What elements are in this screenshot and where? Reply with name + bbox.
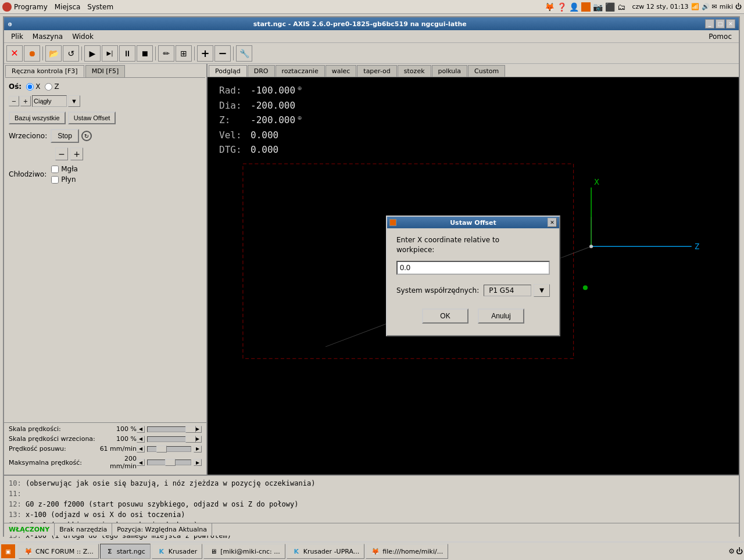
taskbar-firefox[interactable]: 🦊 file:///home/miki/... bbox=[366, 544, 448, 559]
grid-button[interactable]: ⊞ bbox=[176, 45, 192, 62]
jog-row: − + ▼ bbox=[9, 95, 202, 107]
spindle-minus-btn[interactable]: − bbox=[55, 148, 68, 160]
coolant-mist-checkbox[interactable] bbox=[51, 166, 59, 173]
dialog-close-btn[interactable]: ✕ bbox=[548, 218, 557, 227]
tab-stozek[interactable]: stozek bbox=[398, 65, 431, 77]
estop-button[interactable]: ✕ bbox=[6, 45, 23, 62]
taskbar-firefox-label: file:///home/miki/... bbox=[382, 548, 443, 555]
jog-plus-btn[interactable]: + bbox=[20, 96, 31, 106]
spindle-override-thumb[interactable] bbox=[185, 436, 196, 443]
stop-button[interactable]: Stop bbox=[51, 129, 79, 143]
right-panel: Podgląd DRO roztaczanie walec taper-od s… bbox=[208, 64, 739, 475]
base-offset-row: Bazuj wszystkie Ustaw Offset bbox=[9, 112, 202, 124]
stop-toolbar-button[interactable]: ⏹ bbox=[137, 45, 153, 62]
tab-dro[interactable]: DRO bbox=[248, 65, 275, 77]
taskbar-krusader[interactable]: K Krusader bbox=[152, 544, 202, 559]
reload-button[interactable]: ↺ bbox=[63, 45, 79, 62]
touch-off-button[interactable]: 🔧 bbox=[236, 45, 252, 62]
jog-speed-thumb[interactable] bbox=[156, 446, 167, 453]
taskbar-terminal[interactable]: 🖥 [miki@miki-cnc: ... bbox=[203, 544, 285, 559]
pause-button[interactable]: ⏸ bbox=[119, 45, 135, 62]
taskbar-krusader-icon: K bbox=[157, 547, 166, 556]
tab-roztaczanie[interactable]: roztaczanie bbox=[276, 65, 325, 77]
jog-minus-btn[interactable]: − bbox=[9, 96, 19, 106]
machine-state-text: WŁĄCZONY bbox=[9, 526, 49, 533]
taskbar-cnc-forum[interactable]: 🦊 CNC FORUM :: Z... bbox=[19, 544, 99, 559]
axis-z-radio[interactable]: Z bbox=[45, 82, 59, 91]
toolbar-separator-1 bbox=[42, 46, 43, 60]
dialog-icon bbox=[389, 219, 396, 226]
spindle-override-value: 100 % bbox=[96, 435, 137, 443]
jog-speed-track[interactable] bbox=[147, 446, 191, 452]
tool-status: Brak narzędzia bbox=[55, 523, 112, 536]
home-all-button[interactable]: Bazuj wszystkie bbox=[9, 112, 66, 124]
content-area: Ręczna kontrola [F3] MDI [F5] Oś: X bbox=[4, 64, 739, 475]
x-coordinate-input[interactable] bbox=[396, 261, 550, 275]
os-menu-programy[interactable]: Programy bbox=[14, 3, 48, 11]
gcode-line-10: 10: (obserwując jak osie się bazują, i n… bbox=[9, 478, 734, 489]
spindle-override-track[interactable] bbox=[147, 436, 191, 442]
spindle-override-dec[interactable]: ◀ bbox=[137, 436, 145, 443]
menu-widok[interactable]: Widok bbox=[67, 31, 98, 42]
jog-mode-dropdown[interactable]: ▼ bbox=[68, 95, 80, 107]
jog-mode-input[interactable] bbox=[32, 95, 67, 107]
power-os-icon[interactable]: ⏻ bbox=[735, 3, 742, 10]
tab-taper-od[interactable]: taper-od bbox=[357, 65, 397, 77]
jog-speed-label: Prędkość posuwu: bbox=[9, 445, 96, 453]
feed-override-track[interactable] bbox=[147, 426, 191, 432]
spindle-rotate-icon[interactable]: ↻ bbox=[81, 131, 92, 141]
jog-speed-dec[interactable]: ◀ bbox=[137, 446, 145, 453]
step-button[interactable]: ▶| bbox=[102, 45, 118, 62]
power-button[interactable]: ⏺ bbox=[24, 45, 40, 62]
menu-plik[interactable]: Plik bbox=[6, 31, 28, 42]
taskbar-terminal-label: [miki@miki-cnc: ... bbox=[220, 548, 280, 555]
tab-walec[interactable]: walec bbox=[326, 65, 357, 77]
axis-x-radio[interactable]: X bbox=[26, 82, 40, 91]
max-speed-thumb[interactable] bbox=[165, 459, 176, 466]
zoom-in-button[interactable]: + bbox=[197, 45, 213, 62]
toolbar-separator-5 bbox=[233, 46, 234, 60]
coord-system-btn[interactable]: ▼ bbox=[534, 284, 550, 297]
axis-z-input[interactable] bbox=[45, 83, 52, 91]
tab-manual-control[interactable]: Ręczna kontrola [F3] bbox=[5, 65, 84, 77]
app-icon bbox=[581, 2, 591, 12]
left-panel: Ręczna kontrola [F3] MDI [F5] Oś: X bbox=[4, 64, 208, 475]
dialog-ok-button[interactable]: OK bbox=[422, 308, 468, 324]
feed-override-thumb[interactable] bbox=[185, 426, 196, 433]
spindle-override-row: Skala prędkości wrzeciona: 100 % ◀ ▶ bbox=[9, 435, 202, 443]
taskbar-power-icon: ⏻ bbox=[736, 547, 743, 555]
jog-speed-inc[interactable]: ▶ bbox=[194, 446, 202, 453]
window-maximize[interactable]: □ bbox=[716, 19, 725, 28]
taskbar-system-tray: ⚙ ⏻ bbox=[728, 547, 743, 555]
max-speed-inc[interactable]: ▶ bbox=[194, 459, 202, 466]
max-speed-label: Maksymalna prędkość: bbox=[9, 459, 96, 466]
os-menu-miejsca[interactable]: Miejsca bbox=[55, 3, 81, 11]
zoom-out-button[interactable]: − bbox=[214, 45, 231, 62]
run-button[interactable]: ▶ bbox=[84, 45, 101, 62]
menu-pomoc[interactable]: Pomoc bbox=[704, 31, 736, 42]
spindle-plus-btn[interactable]: + bbox=[70, 148, 83, 160]
tab-polkula[interactable]: polkula bbox=[432, 65, 468, 77]
coolant-flood-checkbox[interactable] bbox=[51, 176, 59, 184]
tab-mdi[interactable]: MDI [F5] bbox=[85, 65, 126, 77]
dialog-cancel-button[interactable]: Anuluj bbox=[478, 308, 524, 324]
menu-maszyna[interactable]: Maszyna bbox=[28, 31, 67, 42]
taskbar-startngc[interactable]: Σ start.ngc bbox=[100, 544, 151, 559]
tab-custom[interactable]: Custom bbox=[468, 65, 505, 77]
feed-override-dec[interactable]: ◀ bbox=[137, 426, 145, 433]
open-button[interactable]: 📂 bbox=[45, 45, 62, 62]
set-offset-button[interactable]: Ustaw Offset bbox=[68, 112, 116, 124]
max-speed-track[interactable] bbox=[147, 460, 191, 465]
tab-podglad[interactable]: Podgląd bbox=[209, 65, 247, 77]
edit-button[interactable]: ✏ bbox=[158, 45, 174, 62]
os-menu-system[interactable]: System bbox=[87, 3, 113, 11]
max-speed-dec[interactable]: ◀ bbox=[137, 459, 145, 466]
axis-x-input[interactable] bbox=[26, 83, 34, 91]
window-close[interactable]: ✕ bbox=[726, 19, 735, 28]
taskbar-cnc-label: CNC FORUM :: Z... bbox=[35, 548, 94, 555]
panel-tabs: Ręczna kontrola [F3] MDI [F5] bbox=[4, 64, 206, 77]
spindle-label: Wrzeciono: bbox=[9, 132, 47, 140]
taskbar-krusader2[interactable]: K Krusader -UPRA... bbox=[287, 544, 365, 559]
folder-icon: 🗂 bbox=[617, 2, 625, 12]
window-minimize[interactable]: _ bbox=[705, 19, 714, 28]
